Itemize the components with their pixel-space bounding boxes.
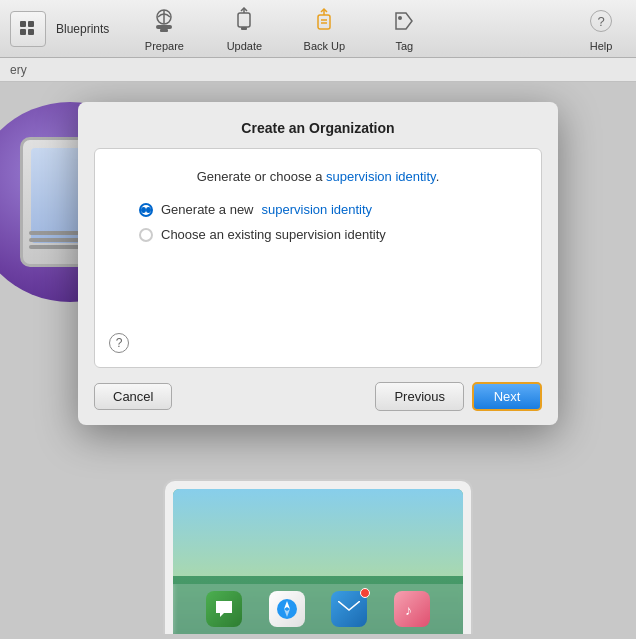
- radio-generate-label-link: supervision identity: [262, 202, 373, 217]
- toolbar: Blueprints Prepare Update: [0, 0, 636, 58]
- app-music-icon: ♪: [394, 591, 430, 627]
- svg-rect-8: [238, 13, 250, 27]
- svg-rect-10: [241, 27, 247, 30]
- toolbar-update[interactable]: Update: [219, 5, 269, 52]
- prepare-icon: [148, 5, 180, 37]
- modal-dialog: Create an Organization Generate or choos…: [78, 102, 558, 425]
- app-mail-icon: [331, 591, 367, 627]
- radio-generate-dot: [141, 207, 146, 213]
- previous-button[interactable]: Previous: [375, 382, 464, 411]
- modal-footer: Cancel Previous Next: [78, 368, 558, 425]
- modal-description: Generate or choose a supervision identit…: [119, 169, 517, 184]
- description-prefix: Generate or choose a: [197, 169, 326, 184]
- description-link: supervision identity: [326, 169, 436, 184]
- radio-existing[interactable]: [139, 228, 153, 242]
- svg-rect-6: [156, 25, 172, 29]
- radio-generate[interactable]: [139, 203, 153, 217]
- svg-text:♪: ♪: [405, 602, 412, 618]
- backup-label: Back Up: [304, 40, 346, 52]
- help-label: Help: [590, 40, 613, 52]
- modal-help-icon[interactable]: ?: [109, 333, 129, 353]
- tag-icon: [388, 5, 420, 37]
- tag-label: Tag: [396, 40, 414, 52]
- toolbar-left: Blueprints: [10, 11, 109, 47]
- next-button[interactable]: Next: [472, 382, 542, 411]
- svg-rect-2: [20, 29, 26, 35]
- app-safari-icon: [269, 591, 305, 627]
- svg-point-15: [398, 16, 402, 20]
- svg-rect-0: [20, 21, 26, 27]
- dock: ♪: [173, 584, 463, 634]
- radio-existing-label: Choose an existing supervision identity: [161, 227, 386, 242]
- app-messages-icon: [206, 591, 242, 627]
- help-badge: ?: [590, 10, 612, 32]
- svg-rect-11: [318, 15, 330, 29]
- modal-title: Create an Organization: [78, 102, 558, 148]
- breadcrumb-text: ery: [10, 63, 27, 77]
- toolbar-tag[interactable]: Tag: [379, 5, 429, 52]
- blueprints-label[interactable]: Blueprints: [56, 22, 109, 36]
- breadcrumb: ery: [0, 58, 636, 82]
- toolbar-backup[interactable]: Back Up: [299, 5, 349, 52]
- ipad-body: ♪: [163, 479, 473, 634]
- cancel-button[interactable]: Cancel: [94, 383, 172, 410]
- prepare-label: Prepare: [145, 40, 184, 52]
- backup-icon: [308, 5, 340, 37]
- radio-group: Generate a new supervision identity Choo…: [119, 202, 517, 242]
- screen-sky: [173, 489, 463, 576]
- update-label: Update: [227, 40, 262, 52]
- radio-item-generate[interactable]: Generate a new supervision identity: [139, 202, 517, 217]
- update-icon: [228, 5, 260, 37]
- help-icon: ?: [585, 5, 617, 37]
- grid-icon[interactable]: [10, 11, 46, 47]
- svg-rect-3: [28, 29, 34, 35]
- ipad-illustration: ♪: [163, 479, 473, 639]
- mail-badge: [360, 588, 370, 598]
- svg-rect-7: [160, 29, 168, 32]
- ipad-screen: ♪: [173, 489, 463, 634]
- svg-rect-1: [28, 21, 34, 27]
- radio-generate-label-prefix: Generate a new: [161, 202, 254, 217]
- radio-item-existing[interactable]: Choose an existing supervision identity: [139, 227, 517, 242]
- modal-content: Generate or choose a supervision identit…: [94, 148, 542, 368]
- toolbar-help[interactable]: ? Help: [576, 5, 626, 52]
- description-suffix: .: [436, 169, 440, 184]
- main-area: Create an Organization Generate or choos…: [0, 82, 636, 639]
- toolbar-prepare[interactable]: Prepare: [139, 5, 189, 52]
- modal-footer-right: Previous Next: [375, 382, 542, 411]
